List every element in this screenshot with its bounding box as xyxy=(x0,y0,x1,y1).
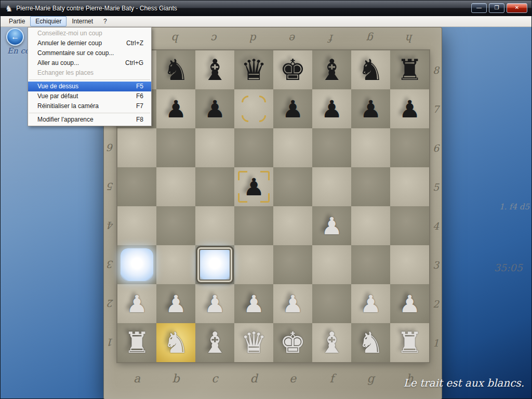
square-e8[interactable]: ♚ xyxy=(273,50,312,89)
close-button[interactable]: ✕ xyxy=(507,3,527,13)
square-d6[interactable] xyxy=(234,128,273,167)
square-g1[interactable]: ♞ xyxy=(351,323,390,362)
piece-white-pawn[interactable]: ♟ xyxy=(390,284,429,323)
menu-item[interactable]: Aller au coup...Ctrl+G xyxy=(28,58,151,68)
maximize-button[interactable]: ❐ xyxy=(489,3,504,13)
square-g3[interactable] xyxy=(351,245,390,284)
square-e6[interactable] xyxy=(273,128,312,167)
piece-black-pawn[interactable]: ♟ xyxy=(351,89,390,128)
piece-white-pawn[interactable]: ♟ xyxy=(234,284,273,323)
piece-black-queen[interactable]: ♛ xyxy=(234,50,273,89)
menu-item[interactable]: Annuler le dernier coupCtrl+Z xyxy=(28,38,151,48)
square-e2[interactable]: ♟ xyxy=(273,284,312,323)
menubar-item-internet[interactable]: Internet xyxy=(66,16,98,26)
square-b4[interactable] xyxy=(156,206,195,245)
square-a1[interactable]: ♜ xyxy=(117,323,156,362)
menu-item[interactable]: Vue de dessusF5 xyxy=(28,82,151,91)
piece-black-knight[interactable]: ♞ xyxy=(156,50,195,89)
square-a4[interactable] xyxy=(117,206,156,245)
square-d5[interactable]: ♟ xyxy=(234,167,273,206)
square-e7[interactable]: ♟ xyxy=(273,89,312,128)
square-h8[interactable]: ♜ xyxy=(390,50,429,89)
piece-white-queen[interactable]: ♛ xyxy=(234,323,273,362)
square-e5[interactable] xyxy=(273,167,312,206)
piece-black-bishop[interactable]: ♝ xyxy=(195,50,234,89)
square-e3[interactable] xyxy=(273,245,312,284)
square-f4[interactable]: ♟ xyxy=(312,206,351,245)
square-d3[interactable] xyxy=(234,245,273,284)
square-g8[interactable]: ♞ xyxy=(351,50,390,89)
square-g6[interactable] xyxy=(351,128,390,167)
minimize-button[interactable]: — xyxy=(471,3,487,13)
menubar-item-help[interactable]: ? xyxy=(98,16,112,26)
piece-black-pawn[interactable]: ♟ xyxy=(312,89,351,128)
square-g4[interactable] xyxy=(351,206,390,245)
piece-black-pawn[interactable]: ♟ xyxy=(273,89,312,128)
piece-white-rook[interactable]: ♜ xyxy=(390,323,429,362)
piece-black-knight[interactable]: ♞ xyxy=(351,50,390,89)
menu-item[interactable]: Réinitialiser la caméraF7 xyxy=(28,101,151,111)
square-b5[interactable] xyxy=(156,167,195,206)
square-h5[interactable] xyxy=(390,167,429,206)
square-h6[interactable] xyxy=(390,128,429,167)
square-d7[interactable] xyxy=(234,89,273,128)
square-c5[interactable] xyxy=(195,167,234,206)
square-h3[interactable] xyxy=(390,245,429,284)
square-a5[interactable] xyxy=(117,167,156,206)
square-d2[interactable]: ♟ xyxy=(234,284,273,323)
square-f2[interactable] xyxy=(312,284,351,323)
square-h4[interactable] xyxy=(390,206,429,245)
piece-white-pawn[interactable]: ♟ xyxy=(156,284,195,323)
piece-white-knight[interactable]: ♞ xyxy=(156,323,195,362)
menu-item[interactable]: Modifier l'apparenceF8 xyxy=(28,115,151,125)
square-c3[interactable] xyxy=(195,245,234,284)
square-f6[interactable] xyxy=(312,128,351,167)
square-d4[interactable] xyxy=(234,206,273,245)
square-f8[interactable]: ♝ xyxy=(312,50,351,89)
piece-black-bishop[interactable]: ♝ xyxy=(312,50,351,89)
piece-white-bishop[interactable]: ♝ xyxy=(312,323,351,362)
piece-black-pawn[interactable]: ♟ xyxy=(156,89,195,128)
square-b2[interactable]: ♟ xyxy=(156,284,195,323)
square-a2[interactable]: ♟ xyxy=(117,284,156,323)
square-g2[interactable]: ♟ xyxy=(351,284,390,323)
square-b3[interactable] xyxy=(156,245,195,284)
piece-white-pawn[interactable]: ♟ xyxy=(117,284,156,323)
square-f5[interactable] xyxy=(312,167,351,206)
square-f1[interactable]: ♝ xyxy=(312,323,351,362)
square-h2[interactable]: ♟ xyxy=(390,284,429,323)
piece-white-bishop[interactable]: ♝ xyxy=(195,323,234,362)
square-b6[interactable] xyxy=(156,128,195,167)
square-f3[interactable] xyxy=(312,245,351,284)
piece-black-king[interactable]: ♚ xyxy=(273,50,312,89)
square-d1[interactable]: ♛ xyxy=(234,323,273,362)
square-c7[interactable]: ♟ xyxy=(195,89,234,128)
square-h7[interactable]: ♟ xyxy=(390,89,429,128)
square-b8[interactable]: ♞ xyxy=(156,50,195,89)
square-c6[interactable] xyxy=(195,128,234,167)
menu-item[interactable]: Commentaire sur ce coup... xyxy=(28,48,151,58)
square-d8[interactable]: ♛ xyxy=(234,50,273,89)
piece-white-knight[interactable]: ♞ xyxy=(351,323,390,362)
square-c4[interactable] xyxy=(195,206,234,245)
square-b1[interactable]: ♞ xyxy=(156,323,195,362)
piece-white-king[interactable]: ♚ xyxy=(273,323,312,362)
square-a6[interactable] xyxy=(117,128,156,167)
square-a3[interactable] xyxy=(117,245,156,284)
piece-white-pawn[interactable]: ♟ xyxy=(312,206,351,245)
piece-white-pawn[interactable]: ♟ xyxy=(273,284,312,323)
square-f7[interactable]: ♟ xyxy=(312,89,351,128)
square-c1[interactable]: ♝ xyxy=(195,323,234,362)
square-g7[interactable]: ♟ xyxy=(351,89,390,128)
menubar-item-partie[interactable]: Partie xyxy=(4,16,30,26)
piece-black-pawn[interactable]: ♟ xyxy=(390,89,429,128)
square-c8[interactable]: ♝ xyxy=(195,50,234,89)
piece-white-pawn[interactable]: ♟ xyxy=(195,284,234,323)
menubar-item-echiquier[interactable]: Echiquier xyxy=(30,16,66,26)
square-g5[interactable] xyxy=(351,167,390,206)
square-h1[interactable]: ♜ xyxy=(390,323,429,362)
square-e4[interactable] xyxy=(273,206,312,245)
piece-black-pawn[interactable]: ♟ xyxy=(195,89,234,128)
square-b7[interactable]: ♟ xyxy=(156,89,195,128)
menu-item[interactable]: Vue par défautF6 xyxy=(28,91,151,101)
